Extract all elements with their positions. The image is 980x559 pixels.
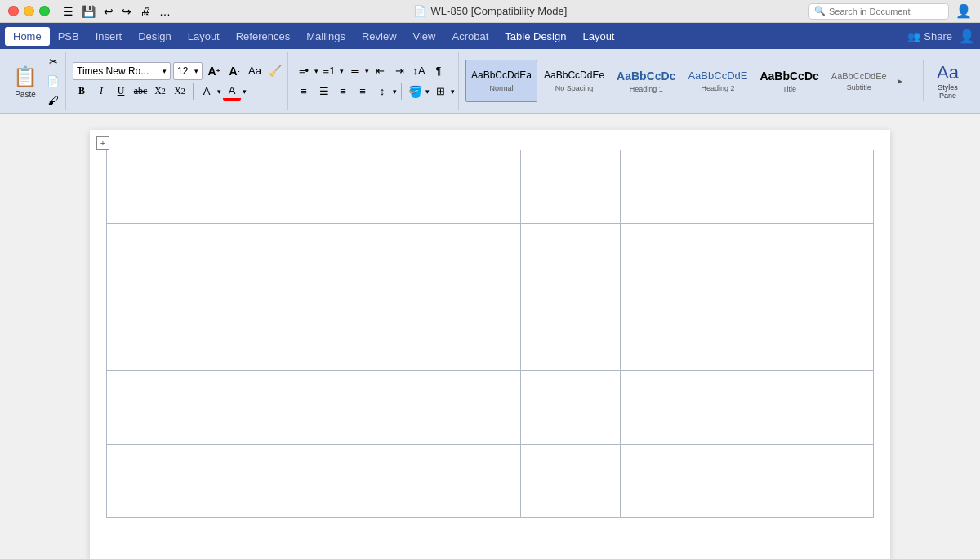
style-no-spacing[interactable]: AaBbCcDdEe No Spacing (538, 60, 610, 102)
borders-button[interactable]: ⊞ (431, 83, 449, 101)
align-left-button[interactable]: ≡ (295, 83, 313, 101)
table-cell[interactable] (521, 150, 621, 224)
minimize-button[interactable] (24, 6, 34, 16)
table-cell[interactable] (621, 445, 874, 518)
line-spacing-button[interactable]: ↕ (373, 83, 391, 101)
tab-table-design[interactable]: Table Design (497, 27, 574, 46)
bullets-button[interactable]: ≡• (295, 62, 313, 80)
font-grow-button[interactable]: A+ (205, 62, 223, 80)
table-cell[interactable] (107, 371, 521, 445)
underline-button[interactable]: U (112, 83, 130, 101)
style-heading1[interactable]: AaBbCcDc Heading 1 (611, 60, 681, 102)
shading-arrow[interactable]: ▾ (425, 87, 430, 96)
styles-scroll-arrow[interactable]: ▸ (893, 75, 906, 87)
more-icon[interactable]: … (159, 5, 171, 18)
style-subtitle[interactable]: AaBbCcDdEe Subtitle (826, 60, 893, 102)
numbering-button[interactable]: ≡1 (320, 62, 338, 80)
font-shrink-button[interactable]: A- (225, 62, 243, 80)
tab-insert[interactable]: Insert (87, 27, 131, 46)
superscript-button[interactable]: X2 (171, 83, 189, 101)
format-painter-icon[interactable]: 🖌 (44, 92, 62, 110)
undo-icon[interactable]: ↩ (104, 5, 114, 18)
search-input[interactable] (829, 7, 943, 16)
bullets-arrow[interactable]: ▾ (314, 67, 318, 75)
style-normal[interactable]: AaBbCcDdEa Normal (466, 60, 537, 102)
align-center-button[interactable]: ☰ (314, 83, 332, 101)
tab-view[interactable]: View (405, 27, 444, 46)
tab-table-layout[interactable]: Layout (574, 27, 622, 46)
table-cell[interactable] (107, 224, 521, 297)
multilevel-arrow[interactable]: ▾ (365, 67, 369, 75)
table-row (107, 297, 874, 371)
table-cell[interactable] (621, 297, 874, 371)
redo-icon[interactable]: ↪ (122, 5, 131, 18)
shading-button[interactable]: 🪣 (406, 83, 424, 101)
table-cell[interactable] (621, 150, 874, 224)
print-icon[interactable]: 🖨 (140, 5, 151, 18)
style-heading1-label: Heading 1 (630, 85, 663, 93)
document-page: + (90, 130, 890, 559)
table-cell[interactable] (107, 445, 521, 518)
paragraph-group: ≡• ▾ ≡1 ▾ ≣ ▾ ⇤ ⇥ ↕A ¶ ≡ ☰ ≡ ≡ ↕ ▾ 🪣 ▾ (292, 52, 459, 110)
numbering-arrow[interactable]: ▾ (340, 67, 344, 75)
tab-design[interactable]: Design (130, 27, 179, 46)
font-color-button[interactable]: A (223, 83, 241, 101)
share-button[interactable]: 👥 Share (907, 30, 952, 42)
font-family-dropdown[interactable]: Times New Ro... ▾ (73, 62, 171, 80)
paste-label: Paste (15, 90, 36, 99)
copy-icon[interactable]: 📄 (44, 72, 62, 90)
save-icon[interactable]: 💾 (82, 5, 96, 18)
font-color-arrow[interactable]: ▾ (243, 87, 247, 96)
tab-references[interactable]: References (228, 27, 298, 46)
cut-icon[interactable]: ✂ (44, 52, 62, 70)
table-cell[interactable] (107, 150, 521, 224)
table-cell[interactable] (107, 297, 521, 371)
decrease-indent-button[interactable]: ⇤ (371, 62, 389, 80)
tab-acrobat[interactable]: Acrobat (443, 27, 497, 46)
font-size-dropdown[interactable]: 12 ▾ (173, 62, 203, 80)
table-cell[interactable] (621, 371, 874, 445)
paste-group: 📋 Paste ✂ 📄 🖌 (5, 52, 66, 110)
table-cell[interactable] (521, 445, 621, 518)
tab-home[interactable]: Home (5, 27, 50, 46)
align-right-button[interactable]: ≡ (334, 83, 352, 101)
table-cell[interactable] (621, 224, 874, 297)
sort-button[interactable]: ↕A (410, 62, 428, 80)
menu-tabs: Home PSB Insert Design Layout References… (0, 23, 980, 49)
maximize-button[interactable] (39, 6, 50, 16)
tab-review[interactable]: Review (354, 27, 405, 46)
table-selector-icon[interactable]: + (96, 136, 109, 150)
table-cell[interactable] (521, 224, 621, 297)
show-formatting-button[interactable]: ¶ (430, 62, 448, 80)
increase-indent-button[interactable]: ⇥ (390, 62, 408, 80)
sidebar-toggle-icon[interactable]: ☰ (63, 5, 74, 18)
strikethrough-button[interactable]: abc (131, 83, 149, 101)
borders-arrow[interactable]: ▾ (451, 87, 455, 96)
table-cell[interactable] (521, 297, 621, 371)
table-cell[interactable] (521, 371, 621, 445)
tab-psb[interactable]: PSB (50, 27, 87, 46)
change-case-button[interactable]: Aа (246, 62, 264, 80)
search-box[interactable]: 🔍 (808, 3, 949, 20)
tab-mailings[interactable]: Mailings (298, 27, 354, 46)
bold-button[interactable]: B (73, 83, 91, 101)
multilevel-button[interactable]: ≣ (345, 62, 363, 80)
close-button[interactable] (8, 6, 19, 16)
tab-layout[interactable]: Layout (180, 27, 228, 46)
clear-formatting-button[interactable]: 🧹 (266, 62, 284, 80)
justify-button[interactable]: ≡ (354, 83, 372, 101)
highlight-arrow[interactable]: ▾ (217, 87, 221, 96)
window-title: 📄 WL-850 [Compatibility Mode] (413, 5, 568, 17)
search-icon: 🔍 (814, 6, 826, 16)
style-title[interactable]: AaBbCcDc Title (754, 60, 824, 102)
user-icon[interactable]: 👤 (956, 3, 972, 19)
line-spacing-arrow[interactable]: ▾ (393, 87, 397, 96)
account-icon[interactable]: 👤 (959, 29, 975, 44)
text-highlight-button[interactable]: A (198, 83, 216, 101)
italic-button[interactable]: I (92, 83, 110, 101)
style-title-preview: AaBbCcDc (760, 69, 818, 83)
subscript-button[interactable]: X2 (151, 83, 169, 101)
style-heading2[interactable]: AaBbCcDdE Heading 2 (682, 60, 753, 102)
paste-button[interactable]: 📋 (8, 64, 42, 90)
styles-pane-button[interactable]: Aa Styles Pane (923, 60, 972, 101)
